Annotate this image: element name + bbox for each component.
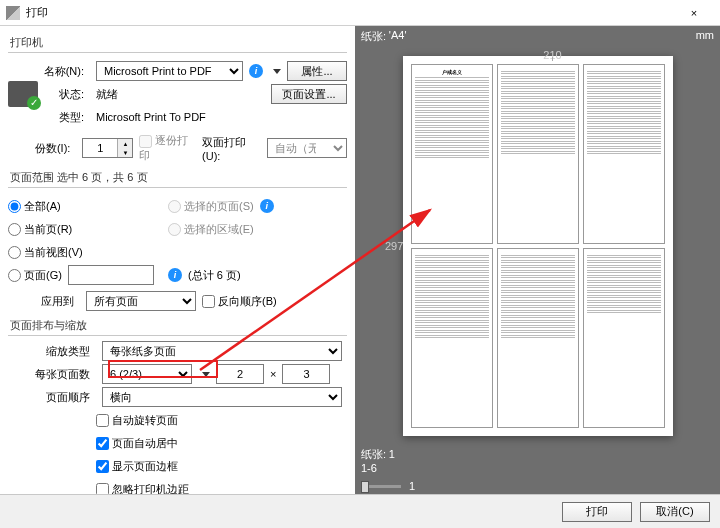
radio-selected-pages: 选择的页面(S) [168, 199, 254, 214]
info-icon[interactable]: i [249, 64, 263, 78]
scale-type-select[interactable]: 每张纸多页面 [102, 341, 342, 361]
radio-pages[interactable]: 页面(G) [8, 268, 62, 283]
copies-label: 份数(I): [8, 141, 76, 156]
page-setup-button[interactable]: 页面设置... [271, 84, 347, 104]
order-select[interactable]: 横向 [102, 387, 342, 407]
preview-area: 210 297 户戒名义 [355, 47, 720, 445]
mini-page [583, 248, 665, 428]
radio-view[interactable]: 当前视图(V) [8, 245, 83, 260]
order-label: 页面顺序 [8, 390, 96, 405]
mini-page [583, 64, 665, 244]
info-icon[interactable]: i [260, 199, 274, 213]
duplex-select[interactable]: 自动（无） [267, 138, 347, 158]
mini-page: 户戒名义 [411, 64, 493, 244]
paper-preview: 户戒名义 [403, 56, 673, 436]
auto-center-checkbox[interactable]: 页面自动居中 [96, 436, 178, 451]
collate-checkbox: 逐份打印 [139, 133, 196, 163]
show-border-checkbox[interactable]: 显示页面边框 [96, 459, 178, 474]
reverse-checkbox[interactable]: 反向顺序(B) [202, 294, 277, 309]
range-section-title: 页面范围 选中 6 页，共 6 页 [8, 166, 347, 188]
duplex-label: 双面打印(U): [202, 135, 261, 162]
chevron-down-icon[interactable] [202, 372, 210, 377]
print-button[interactable]: 打印 [562, 502, 632, 522]
layout-section-title: 页面排布与缩放 [8, 314, 347, 336]
chevron-down-icon[interactable] [273, 69, 281, 74]
close-button[interactable]: × [674, 0, 714, 26]
printer-status-icon [8, 81, 38, 107]
titlebar: 打印 × [0, 0, 720, 26]
radio-current[interactable]: 当前页(R) [8, 222, 72, 237]
apply-label: 应用到 [8, 294, 80, 309]
printer-section-title: 打印机 [8, 31, 347, 53]
scale-type-label: 缩放类型 [8, 344, 96, 359]
radio-selected-area: 选择的区域(E) [168, 222, 254, 237]
cancel-button[interactable]: 取消(C) [640, 502, 710, 522]
info-icon[interactable]: i [168, 268, 182, 282]
cols-input[interactable] [216, 364, 264, 384]
name-label: 名称(N): [42, 64, 90, 79]
settings-panel: 打印机 名称(N): Microsoft Print to PDF i 属性..… [0, 26, 355, 528]
printer-select[interactable]: Microsoft Print to PDF [96, 61, 243, 81]
preview-info: 纸张: 1 1-6 [355, 445, 720, 476]
preview-panel: 纸张: 'A4' mm 210 297 户戒名义 纸张: 1 1-6 1 选择页… [355, 26, 720, 528]
copies-spinner[interactable]: ▲▼ [82, 138, 133, 158]
status-value: 就绪 [96, 87, 118, 102]
pages-input[interactable] [68, 265, 154, 285]
auto-rotate-checkbox[interactable]: 自动旋转页面 [96, 413, 178, 428]
window-title: 打印 [26, 5, 674, 20]
ruler-horizontal: 210 [405, 47, 700, 61]
type-value: Microsoft Print To PDF [96, 111, 206, 123]
mini-page [497, 64, 579, 244]
rows-input[interactable] [282, 364, 330, 384]
type-label: 类型: [42, 110, 90, 125]
paper-header: 纸张: 'A4' mm [355, 26, 720, 47]
mini-page [497, 248, 579, 428]
pages-per-select[interactable]: 6 (2/3) [102, 364, 192, 384]
status-label: 状态: [42, 87, 90, 102]
apply-select[interactable]: 所有页面 [86, 291, 196, 311]
total-hint: (总计 6 页) [188, 268, 241, 283]
dialog-footer: 打印 取消(C) [0, 494, 720, 528]
zoom-slider[interactable]: 1 [355, 476, 720, 496]
mini-page [411, 248, 493, 428]
ruler-vertical: 297 [385, 67, 399, 425]
properties-button[interactable]: 属性... [287, 61, 347, 81]
pages-per-label: 每张页面数 [8, 367, 96, 382]
radio-all[interactable]: 全部(A) [8, 199, 61, 214]
app-icon [6, 6, 20, 20]
